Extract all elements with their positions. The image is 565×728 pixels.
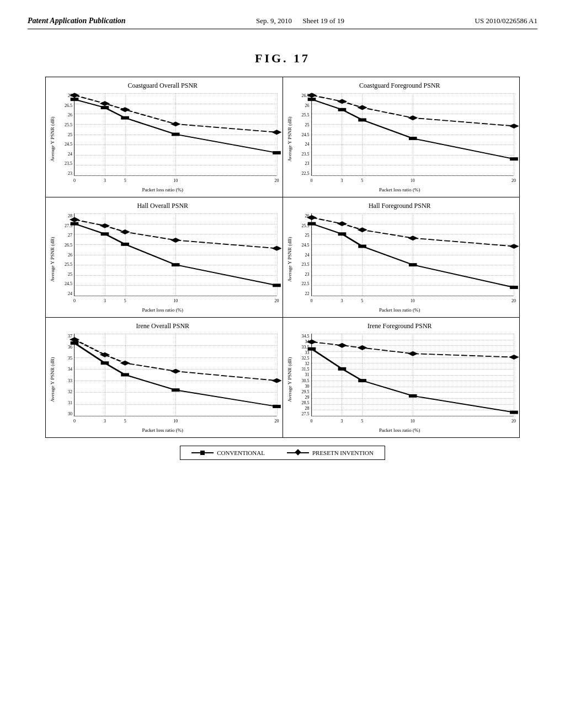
- svg-marker-58: [408, 351, 418, 356]
- y-tick: 28: [68, 213, 72, 218]
- y-tick: 32: [68, 389, 72, 394]
- x-tick: 5: [361, 178, 363, 183]
- x-axis-label: Packet loss ratio (%): [286, 427, 514, 433]
- x-tick: 20: [275, 178, 279, 183]
- y-tick: 22.5: [302, 281, 310, 286]
- y-tick: 27.5: [302, 411, 310, 416]
- svg-marker-26: [100, 223, 110, 228]
- grid-line-h: [74, 296, 277, 296]
- legend-invention: PRESETN INVENTION: [287, 449, 374, 456]
- y-tick: 25.5: [302, 113, 310, 117]
- y-tick: 22.5: [302, 171, 310, 176]
- y-tick: 24.5: [65, 281, 72, 286]
- svg-rect-42: [121, 373, 129, 377]
- grid-line-v: [514, 334, 514, 416]
- figure-title: FIG. 17: [28, 51, 537, 66]
- chart-wrapper: Average Y PSNR (dB)2726.52625.52524.5242…: [49, 92, 277, 186]
- x-tick: 10: [173, 419, 178, 424]
- svg-rect-14: [510, 157, 518, 160]
- y-tick: 23: [305, 161, 310, 166]
- grid-line-h: [312, 175, 514, 176]
- chart-row: Coastguard Overall PSNRAverage Y PSNR (d…: [45, 77, 520, 197]
- y-tick: 25: [68, 132, 72, 137]
- chart-area: 0351020: [74, 93, 277, 176]
- y-tick: 24: [68, 152, 72, 157]
- y-tick: 24: [68, 291, 72, 296]
- svg-rect-12: [358, 118, 366, 121]
- svg-marker-28: [170, 238, 180, 243]
- grid-line-v: [514, 93, 514, 175]
- y-tick: 24.5: [302, 243, 310, 248]
- chart-wrapper: Average Y PSNR (dB)2625.52524.52423.5232…: [286, 212, 514, 306]
- svg-marker-38: [408, 235, 418, 240]
- y-tick: 32.5: [302, 356, 310, 361]
- header-date-sheet: Sep. 9, 2010 Sheet 19 of 19: [256, 17, 344, 25]
- svg-rect-51: [338, 367, 346, 371]
- page: Patent Application Publication Sep. 9, 2…: [0, 0, 565, 728]
- chart-area: 0351020: [311, 334, 514, 416]
- x-tick: 0: [73, 298, 76, 303]
- svg-marker-48: [170, 369, 180, 374]
- grid-line-h: [74, 416, 277, 416]
- chart-wrapper: Average Y PSNR (dB)26.52625.52524.52423.…: [286, 92, 514, 186]
- chart-cell: Irene Overall PSNRAverage Y PSNR (dB)373…: [46, 318, 283, 437]
- svg-rect-22: [121, 243, 129, 246]
- x-tick: 0: [73, 419, 76, 424]
- chart-svg: [74, 334, 277, 416]
- chart-cell: Irene Foreground PSNRAverage Y PSNR (dB)…: [283, 318, 520, 437]
- y-tick: 26: [68, 253, 72, 258]
- chart-title: Coastguard Overall PSNR: [49, 82, 277, 90]
- y-tick: 27: [68, 233, 72, 238]
- x-axis-label: Packet loss ratio (%): [49, 187, 277, 192]
- y-tick: 30.5: [302, 378, 310, 383]
- svg-marker-37: [357, 227, 367, 232]
- x-axis-label: Packet loss ratio (%): [49, 427, 277, 433]
- chart-title: Coastguard Foreground PSNR: [286, 82, 514, 90]
- header-patent-num: US 2010/0226586 A1: [475, 17, 537, 25]
- svg-rect-30: [307, 222, 316, 226]
- grid-line-h: [74, 175, 277, 176]
- svg-rect-44: [273, 405, 281, 408]
- y-tick: 23.5: [302, 152, 310, 157]
- chart-area: 0351020: [311, 213, 514, 296]
- svg-rect-21: [101, 232, 109, 235]
- x-tick: 3: [340, 298, 343, 303]
- svg-rect-34: [510, 286, 518, 289]
- y-tick: 34: [68, 367, 72, 372]
- svg-marker-6: [100, 101, 110, 106]
- x-tick: 10: [411, 298, 415, 303]
- svg-marker-16: [337, 99, 347, 104]
- conventional-label: CONVENTIONAL: [217, 449, 265, 456]
- y-tick: 33: [305, 350, 310, 355]
- y-axis-label: Average Y PSNR (dB): [286, 92, 294, 186]
- chart-title: Hall Overall PSNR: [49, 202, 277, 210]
- svg-marker-49: [271, 378, 281, 383]
- x-tick: 5: [124, 419, 126, 424]
- svg-rect-2: [121, 116, 129, 120]
- y-tick: 31.5: [302, 367, 310, 372]
- y-tick: 32: [305, 361, 310, 366]
- y-tick: 24: [305, 142, 310, 147]
- x-tick: 5: [124, 178, 126, 183]
- invention-line: [287, 452, 309, 453]
- y-axis-label: Average Y PSNR (dB): [286, 212, 294, 306]
- chart-svg: [312, 93, 514, 175]
- y-tick: 28.5: [302, 400, 310, 405]
- x-tick: 3: [340, 178, 343, 183]
- y-axis-label: Average Y PSNR (dB): [286, 333, 294, 426]
- charts-container: Coastguard Overall PSNRAverage Y PSNR (d…: [45, 77, 520, 438]
- y-tick: 24.5: [65, 142, 72, 147]
- y-tick: 36: [68, 345, 72, 350]
- svg-rect-53: [408, 394, 417, 398]
- chart-wrapper: Average Y PSNR (dB)34.53433.53332.53231.…: [286, 333, 514, 426]
- svg-rect-11: [338, 108, 346, 111]
- svg-rect-33: [408, 263, 417, 266]
- svg-marker-17: [357, 105, 367, 110]
- svg-marker-29: [271, 246, 281, 251]
- svg-marker-9: [271, 130, 281, 135]
- page-header: Patent Application Publication Sep. 9, 2…: [28, 17, 537, 29]
- svg-marker-47: [120, 361, 130, 366]
- y-tick: 26: [68, 113, 72, 117]
- y-tick: 31: [68, 400, 72, 405]
- chart-area: 0351020: [311, 93, 514, 176]
